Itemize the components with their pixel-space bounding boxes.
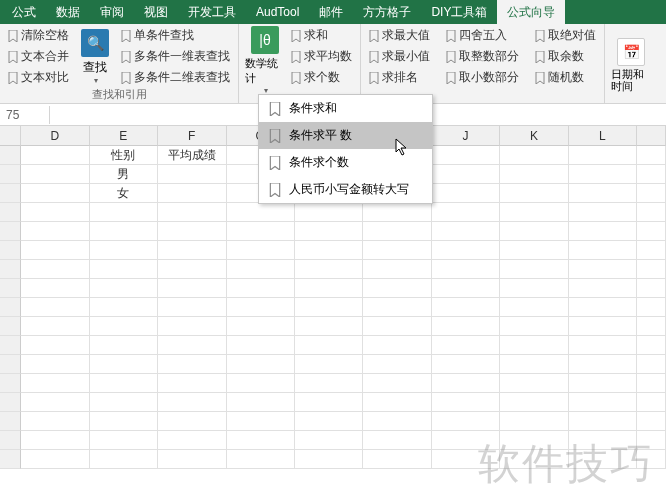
cell[interactable] [432, 355, 500, 374]
cell[interactable] [295, 450, 363, 469]
col-head-D[interactable]: D [21, 126, 89, 146]
cell[interactable] [21, 317, 89, 336]
row-head[interactable] [0, 165, 21, 184]
row-head[interactable] [0, 393, 21, 412]
cell[interactable] [432, 241, 500, 260]
row-head[interactable] [0, 146, 21, 165]
row-head[interactable] [0, 298, 21, 317]
cell[interactable] [363, 355, 431, 374]
cell[interactable] [21, 336, 89, 355]
btn-int-part[interactable]: 取整数部分 [444, 47, 521, 66]
cell[interactable] [227, 260, 295, 279]
row-head[interactable] [0, 374, 21, 393]
cell[interactable] [569, 298, 637, 317]
tab-mail[interactable]: 邮件 [309, 0, 353, 25]
cell[interactable] [500, 298, 568, 317]
row-head[interactable] [0, 203, 21, 222]
cell[interactable] [90, 374, 158, 393]
cell[interactable] [295, 317, 363, 336]
btn-multi-1d-lookup[interactable]: 多条件一维表查找 [119, 47, 232, 66]
cell[interactable] [158, 412, 226, 431]
btn-math-stats[interactable]: |θ 数学统计 ▾ [245, 26, 285, 95]
cell[interactable]: 女 [90, 184, 158, 203]
row-head[interactable] [0, 222, 21, 241]
row-head[interactable] [0, 317, 21, 336]
cell[interactable] [90, 298, 158, 317]
cell[interactable] [432, 317, 500, 336]
cell[interactable] [363, 412, 431, 431]
row-head[interactable] [0, 450, 21, 469]
cell[interactable] [158, 355, 226, 374]
btn-dec-part[interactable]: 取小数部分 [444, 68, 521, 87]
cell[interactable] [21, 431, 89, 450]
cell[interactable] [21, 203, 89, 222]
cell[interactable] [21, 412, 89, 431]
btn-max[interactable]: 求最大值 [367, 26, 432, 45]
cell[interactable] [363, 241, 431, 260]
btn-clear-spaces[interactable]: 清除空格 [6, 26, 71, 45]
btn-min[interactable]: 求最小值 [367, 47, 432, 66]
btn-mod[interactable]: 取余数 [533, 47, 598, 66]
cell[interactable] [432, 374, 500, 393]
cell[interactable] [21, 355, 89, 374]
cell[interactable] [363, 222, 431, 241]
cell[interactable] [432, 336, 500, 355]
cell[interactable] [227, 298, 295, 317]
cell[interactable] [500, 203, 568, 222]
cell[interactable] [295, 298, 363, 317]
tab-audtool[interactable]: AudTool [246, 1, 309, 23]
cell[interactable] [637, 279, 666, 298]
cell[interactable] [432, 184, 500, 203]
row-head[interactable] [0, 336, 21, 355]
col-head-K[interactable]: K [500, 126, 568, 146]
btn-single-lookup[interactable]: 单条件查找 [119, 26, 232, 45]
cell[interactable] [432, 279, 500, 298]
cell[interactable] [363, 298, 431, 317]
cell[interactable] [637, 222, 666, 241]
cell[interactable] [432, 431, 500, 450]
cell[interactable] [158, 374, 226, 393]
cell[interactable] [21, 165, 89, 184]
cell[interactable] [432, 165, 500, 184]
cell[interactable] [363, 336, 431, 355]
cell[interactable] [227, 393, 295, 412]
cell[interactable] [569, 336, 637, 355]
col-head-E[interactable]: E [90, 126, 158, 146]
tab-formula-wizard[interactable]: 公式向导 [497, 0, 565, 25]
cell[interactable] [500, 146, 568, 165]
col-head-end[interactable] [637, 126, 666, 146]
cell[interactable] [158, 393, 226, 412]
btn-sum[interactable]: 求和 [289, 26, 354, 45]
cell[interactable] [569, 317, 637, 336]
cell[interactable] [569, 355, 637, 374]
cell[interactable] [21, 260, 89, 279]
cell[interactable] [432, 203, 500, 222]
cell[interactable] [158, 260, 226, 279]
cell[interactable]: 性别 [90, 146, 158, 165]
cell[interactable] [500, 222, 568, 241]
cell[interactable] [637, 393, 666, 412]
cell[interactable] [90, 317, 158, 336]
cell[interactable] [637, 317, 666, 336]
cell[interactable] [295, 203, 363, 222]
cell[interactable] [227, 317, 295, 336]
cell[interactable] [432, 260, 500, 279]
cell[interactable] [227, 450, 295, 469]
cell[interactable] [637, 412, 666, 431]
tab-review[interactable]: 审阅 [90, 0, 134, 25]
cell[interactable] [569, 241, 637, 260]
cell[interactable] [500, 165, 568, 184]
menu-rmb-convert[interactable]: 人民币小写金额转大写 [259, 176, 432, 203]
cell[interactable] [295, 393, 363, 412]
cell[interactable] [637, 260, 666, 279]
cell[interactable] [158, 222, 226, 241]
cell[interactable] [90, 336, 158, 355]
cell[interactable] [158, 336, 226, 355]
cell[interactable] [227, 374, 295, 393]
cell[interactable] [363, 279, 431, 298]
cell[interactable] [90, 241, 158, 260]
cell[interactable] [500, 393, 568, 412]
cell[interactable] [90, 279, 158, 298]
btn-multi-2d-lookup[interactable]: 多条件二维表查找 [119, 68, 232, 87]
cell[interactable] [432, 393, 500, 412]
